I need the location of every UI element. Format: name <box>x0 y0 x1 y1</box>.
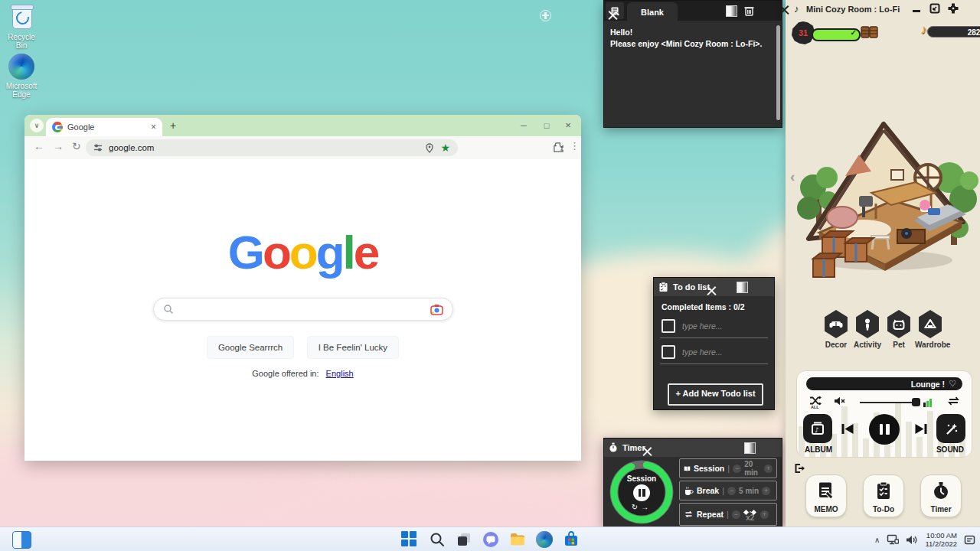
memo-close-icon[interactable] <box>608 11 618 21</box>
timer-close-icon[interactable] <box>642 447 652 457</box>
todo-item-placeholder[interactable]: type here... <box>682 347 723 357</box>
language-link[interactable]: English <box>326 369 354 378</box>
lens-camera-icon[interactable] <box>430 304 443 315</box>
sound-button[interactable] <box>936 414 965 443</box>
chat-button[interactable] <box>482 531 499 548</box>
google-search-box[interactable] <box>153 298 453 321</box>
desktop-icon-label: Microsoft Edge <box>2 82 41 99</box>
memo-scrollbar[interactable] <box>776 25 780 120</box>
start-button[interactable] <box>400 530 419 549</box>
memo-tab[interactable]: Blank <box>627 2 678 21</box>
timer-mini-actions[interactable]: ↻→ <box>609 503 674 511</box>
nav-decor-button[interactable]: Decor <box>821 310 851 349</box>
browser-menu-icon[interactable]: ⋮ <box>570 140 580 152</box>
todo-item[interactable]: type here... <box>662 319 723 333</box>
timer-pause-button[interactable] <box>633 484 650 501</box>
nav-activity-button[interactable]: Activity <box>852 310 883 349</box>
tab-close-icon[interactable]: × <box>151 122 156 132</box>
back-icon[interactable]: ← <box>34 140 44 152</box>
session-increase-button[interactable]: + <box>764 465 773 473</box>
volume-slider-knob[interactable] <box>912 398 920 406</box>
desktop-icon-microsoft-edge[interactable]: Microsoft Edge <box>2 54 41 99</box>
timer-titlebar[interactable]: Timer <box>604 439 782 457</box>
site-settings-icon[interactable] <box>93 143 103 152</box>
album-button[interactable]: ♪ <box>803 414 832 443</box>
feeling-lucky-button[interactable]: I Be Feelin' Lucky <box>307 336 399 359</box>
logo-letter: o <box>289 225 316 279</box>
volume-icon[interactable] <box>906 535 918 545</box>
tray-overflow-chevron[interactable]: ∧ <box>874 536 880 544</box>
dock-todo-button[interactable]: To-Do <box>863 474 904 517</box>
browser-tab-google[interactable]: Google × <box>46 118 162 136</box>
file-explorer-button[interactable] <box>509 531 526 548</box>
browser-minimize-button[interactable]: ─ <box>512 115 535 136</box>
todo-close-icon[interactable] <box>707 286 717 296</box>
bookmark-star-icon[interactable]: ★ <box>440 142 450 153</box>
url-text[interactable]: google.com <box>109 143 419 152</box>
pause-button[interactable] <box>869 414 900 445</box>
app-settings-gear-icon[interactable] <box>948 3 959 14</box>
opacity-icon[interactable] <box>744 442 756 454</box>
break-decrease-button[interactable]: − <box>727 487 736 495</box>
previous-track-icon[interactable] <box>841 423 854 435</box>
extensions-icon[interactable] <box>553 142 564 153</box>
app-close-icon[interactable] <box>779 5 789 15</box>
new-tab-button[interactable]: + <box>170 119 176 132</box>
repeat-increase-button[interactable]: + <box>760 510 769 519</box>
delete-memo-trash-icon[interactable] <box>744 5 754 16</box>
logo-letter: g <box>316 225 343 279</box>
now-playing-pill[interactable]: Lounge ! ♡ <box>806 377 962 390</box>
address-bar[interactable]: google.com ★ <box>86 139 458 156</box>
notification-center-icon[interactable] <box>964 534 975 546</box>
microsoft-store-button[interactable] <box>563 531 580 548</box>
exit-icon[interactable] <box>795 464 805 473</box>
nav-pet-button[interactable]: Pet <box>884 310 914 349</box>
taskbar-clock[interactable]: 10:00 AM 11/2/2022 <box>925 531 957 548</box>
app-popout-icon[interactable] <box>929 3 940 14</box>
search-input[interactable] <box>174 303 430 315</box>
browser-close-button[interactable]: × <box>557 115 580 136</box>
todo-checkbox[interactable] <box>662 345 675 359</box>
edge-taskbar-button[interactable] <box>536 531 553 548</box>
volume-slider-track[interactable] <box>860 402 920 403</box>
basket-icon[interactable] <box>861 24 879 39</box>
opacity-icon[interactable] <box>726 5 737 17</box>
session-decrease-button[interactable]: − <box>733 465 741 473</box>
location-icon[interactable] <box>425 143 434 153</box>
repeat-icon[interactable] <box>947 396 960 406</box>
task-view-button[interactable] <box>456 531 472 548</box>
reload-icon[interactable]: ↻ <box>72 140 81 152</box>
break-increase-button[interactable]: + <box>762 487 770 495</box>
dock-memo-button[interactable]: MEMO <box>805 474 847 517</box>
tab-search-chevron-icon[interactable]: ∨ <box>30 119 44 132</box>
tab-strip: ∨ Google × + ─ □ × <box>24 115 581 136</box>
browser-window: ∨ Google × + ─ □ × ← → ↻ goo <box>24 115 581 461</box>
browser-maximize-button[interactable]: □ <box>535 115 558 136</box>
todo-titlebar[interactable]: To do list <box>654 278 774 296</box>
dock-label: Timer <box>921 505 961 514</box>
todo-item[interactable]: type here... <box>662 345 723 359</box>
pixel-room-scene[interactable] <box>786 107 980 291</box>
app-minimize-icon[interactable] <box>913 10 920 12</box>
network-icon[interactable] <box>887 534 899 545</box>
repeat-decrease-button[interactable]: − <box>732 510 740 519</box>
dock-timer-button[interactable]: Timer <box>920 474 962 517</box>
google-search-button[interactable]: Google Searrrch <box>207 336 294 359</box>
next-track-icon[interactable] <box>915 423 927 435</box>
opacity-icon[interactable] <box>737 282 748 293</box>
favorite-heart-icon[interactable]: ♡ <box>949 379 956 389</box>
timer-restart-icon[interactable]: ↻ <box>632 503 641 511</box>
add-memo-icon[interactable] <box>540 10 551 21</box>
memo-titlebar[interactable]: Blank <box>604 1 782 21</box>
session-timer-dial[interactable]: Session ↻→ <box>609 460 674 524</box>
memo-content[interactable]: Hello! Please enjoy <Mini Cozy Room : Lo… <box>604 21 782 127</box>
nav-wardrobe-button[interactable]: Wardrobe <box>915 310 946 349</box>
mute-icon[interactable] <box>834 396 845 406</box>
forward-icon[interactable]: → <box>53 140 64 152</box>
timer-exit-icon[interactable]: → <box>641 503 652 511</box>
add-new-todo-button[interactable]: + Add New Todo list <box>668 383 763 406</box>
todo-checkbox[interactable] <box>662 319 675 333</box>
desktop-icon-recycle-bin[interactable]: Recycle Bin <box>2 5 41 50</box>
taskbar-search-button[interactable] <box>429 531 446 548</box>
todo-item-placeholder[interactable]: type here... <box>682 321 723 331</box>
